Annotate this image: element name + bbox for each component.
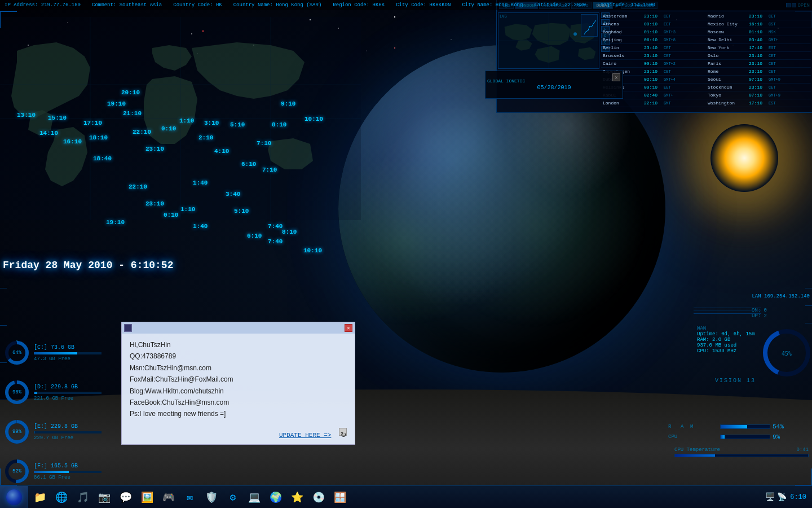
cpu-temp-label-row: CPU Temperature 0:41 <box>671 447 812 453</box>
cities-right: Madrid 23:10 CET Mexico City 16:10 CST M… <box>706 12 811 111</box>
vision-label: VISION 13 <box>715 378 756 384</box>
disk-f-bar <box>34 471 102 473</box>
taskbar-icon-mail[interactable]: ✉️ <box>180 487 200 507</box>
note-update-btn[interactable]: UPDATE HERE => <box>279 432 331 439</box>
taskbar-icon-disk[interactable]: 💿 <box>308 487 329 507</box>
map-time-510-2: 5:10 <box>234 208 249 214</box>
map-time-210: 2:10 <box>198 134 213 141</box>
map-time-1910-1: 19:10 <box>107 100 126 107</box>
ram-pct-display: 54% <box>773 423 792 430</box>
lan-info: LAN 169.254.152.140 <box>752 294 812 299</box>
country-code: Country Code: HK <box>173 2 222 8</box>
taskbar-icon-globe2[interactable]: 🌍 <box>266 487 286 507</box>
taskbar-icon-image[interactable]: 🖼️ <box>137 487 157 507</box>
cpu-temp-section: CPU Temperature 0:41 <box>671 447 812 458</box>
disk-c-gauge: 64% <box>5 340 29 365</box>
disk-c-bar <box>34 352 102 354</box>
disk-d-gauge: 96% <box>5 380 29 405</box>
note-close-btn[interactable]: ✕ <box>345 324 352 332</box>
stat-bars: R A M 54% CPU 9% <box>668 423 792 440</box>
map-time-2310-2: 23:10 <box>145 200 164 207</box>
wc-mini-labels: LVG <box>500 14 507 19</box>
longitude: Longitude: 114.1500 <box>597 2 655 8</box>
note-widget: ✕ Hi,ChuTszHin QQ:473886789 Msn:ChuTszHi… <box>121 322 355 445</box>
disk-d-label: [D:] 229.8 GB <box>34 384 120 390</box>
map-time-910: 9:10 <box>281 100 295 107</box>
map-time-2010: 20:10 <box>121 89 140 96</box>
taskbar-icon-window[interactable]: 🪟 <box>330 487 350 507</box>
lan-label: LAN <box>752 294 761 299</box>
corner-decoration-tl <box>0 11 17 28</box>
cpu-label: CPU <box>668 434 677 440</box>
taskbar-icon-camera[interactable]: 📷 <box>94 487 114 507</box>
map-time-1810-1: 18:10 <box>89 134 108 141</box>
map-time-1840: 18:40 <box>93 155 112 162</box>
map-time-810-1: 8:10 <box>272 121 286 128</box>
disk-d: 96% [D:] 229.8 GB 221.0 GB Free <box>0 373 124 412</box>
global-inet-close[interactable]: ✕ <box>612 73 620 81</box>
taskbar-icon-folder[interactable]: 📁 <box>30 487 50 507</box>
note-line-3: Msn:ChuTszHin@msn.com <box>130 362 347 374</box>
taskbar-icon-settings[interactable]: ⚙️ <box>223 487 243 507</box>
map-time-2210-1: 22:10 <box>133 129 151 135</box>
right-deco-lines <box>694 308 761 316</box>
disk-c-label: [C:] 73.6 GB <box>34 344 120 351</box>
ram-bar-fill <box>721 425 747 428</box>
map-time-1510: 15:10 <box>48 115 67 121</box>
map-time-410: 4:10 <box>214 148 229 155</box>
cpu-stat-row: CPU 9% <box>668 433 792 440</box>
map-time-110-1: 1:10 <box>179 117 194 124</box>
map-time-810-2: 8:10 <box>282 229 297 235</box>
latitude: Latitude: 22.2830 <box>534 2 586 8</box>
disk-f-gauge: 52% <box>5 459 29 484</box>
disk-e-free: 229.7 GB Free <box>34 435 120 441</box>
wc-mini-chart <box>581 14 598 37</box>
taskbar-icon-chat[interactable]: 💬 <box>116 487 136 507</box>
disk-e: 99% [E:] 229.8 GB 229.7 GB Free <box>0 412 124 452</box>
taskbar-icon-media[interactable]: 🎵 <box>73 487 93 507</box>
tray-icon-2[interactable]: 📡 <box>777 492 787 502</box>
taskbar-icon-star[interactable]: ⭐ <box>287 487 307 507</box>
disk-e-gauge: 99% <box>5 419 29 444</box>
map-time-610-1: 6:10 <box>241 161 256 168</box>
country-name: Country Name: Hong Kong (SAR) <box>233 2 322 8</box>
note-line-2: QQ:473886789 <box>130 351 347 362</box>
taskbar-icon-game[interactable]: 🎮 <box>158 487 179 507</box>
map-time-510-1: 5:10 <box>230 121 245 128</box>
city-rome: Rome 23:10 CET <box>706 68 811 76</box>
city-washington: Washington 17:10 EST <box>706 99 811 107</box>
disk-c-pct: 64% <box>5 340 29 365</box>
datetime-text: Friday 28 May 2010 - 6:10:52 <box>3 260 173 271</box>
taskbar: 📁 🌐 🎵 📷 💬 🖼️ 🎮 ✉️ 🛡️ ⚙️ 💻 🌍 ⭐ 💿 🪟 🖥️ 📡 6… <box>0 485 812 508</box>
city-baghdad: Baghdad 01:10 GMT+3 <box>601 28 706 36</box>
disk-e-info: [E:] 229.8 GB 229.7 GB Free <box>34 423 120 441</box>
note-titlebar: ✕ <box>122 322 355 334</box>
city-stockholm: Stockholm 23:10 CET <box>706 84 811 91</box>
taskbar-icon-security[interactable]: 🛡️ <box>201 487 222 507</box>
start-button[interactable] <box>0 486 28 509</box>
disk-e-bar-fill <box>34 431 34 433</box>
disk-f-info: [F:] 165.5 GB 86.1 GB Free <box>34 463 120 480</box>
cpu-bar <box>720 435 771 439</box>
corner-decoration-br <box>795 468 812 485</box>
cpu-pct-display: 9% <box>773 433 792 440</box>
tray-icon-1[interactable]: 🖥️ <box>765 492 775 502</box>
taskbar-icon-monitor[interactable]: 💻 <box>244 487 264 507</box>
cpu-temp-bar <box>674 454 809 457</box>
map-time-140: 1:40 <box>193 223 208 230</box>
sun-glow <box>710 124 778 192</box>
map-time-2110: 21:10 <box>123 110 142 117</box>
taskbar-icon-browser[interactable]: 🌐 <box>51 487 72 507</box>
disk-d-free: 221.0 GB Free <box>34 396 120 401</box>
cpu-temp-label: CPU Temperature <box>674 447 720 453</box>
note-line-4: FoxMail:ChuTszHin@FoxMail.com <box>130 374 347 385</box>
map-time-110-2: 1:10 <box>180 206 195 213</box>
note-refresh-icon[interactable]: ↻ <box>339 428 347 436</box>
city-mexicocity: Mexico City 16:10 CST <box>706 20 811 28</box>
disk-f-label: [F:] 165.5 GB <box>34 463 120 469</box>
disk-f-bar-fill <box>34 471 69 473</box>
global-inet-title: GLOBAL IONETIC <box>487 78 621 84</box>
disk-c-free: 47.3 GB Free <box>34 356 120 362</box>
map-time-340: 3:40 <box>226 191 240 198</box>
ram-stat-row: R A M 54% <box>668 423 792 430</box>
